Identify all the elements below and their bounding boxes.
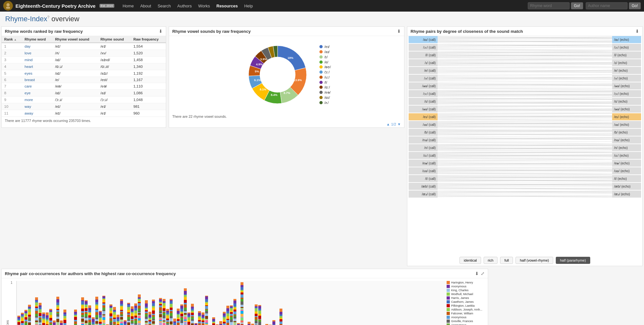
bar-stack[interactable] [233,282,236,325]
bar-stack[interactable] [81,282,84,325]
bar-stack[interactable] [237,282,240,325]
bar-stack[interactable] [85,282,88,325]
download-donut-button[interactable]: ⬇ [397,29,401,34]
bar-stack[interactable] [141,282,144,325]
bar-stack[interactable] [39,282,42,325]
rhyme-echo[interactable]: /uː/ (echo) [612,152,641,159]
filter-button[interactable]: half (vowel-rhyme) [516,257,553,264]
download-rhyme-words-button[interactable]: ⬇ [159,29,163,34]
bar-stack[interactable] [248,282,251,325]
rhyme-echo[interactable]: /ɔː/ (echo) [612,90,641,97]
bar-stack[interactable] [241,282,243,325]
author-name-input[interactable] [586,2,628,9]
bar-stack[interactable] [216,282,219,325]
rhyme-call[interactable]: /ɪ/ (call) [409,59,438,66]
rhyme-echo[interactable]: /ʌ/ (echo) [612,75,641,82]
rhyme-echo[interactable]: /nɑ/ (echo) [612,136,641,144]
rhyme-echo[interactable]: /ɔː/ (echo) [612,44,641,51]
download-bar-chart-button[interactable]: ⬇ [475,271,479,276]
bar-stack[interactable] [177,282,180,325]
rhyme-echo[interactable]: /aɪ/ (echo) [612,36,641,43]
nav-link-home[interactable]: Home [120,2,137,10]
rhyme-echo[interactable]: /t/ (echo) [612,175,641,182]
bar-stack[interactable] [21,282,24,325]
rhyme-echo[interactable]: /eə/ (echo) [612,160,641,167]
bar-stack[interactable] [35,282,38,325]
rhyme-call[interactable]: /e/ (call) [409,67,438,74]
bar-stack[interactable] [191,282,194,325]
bar-stack[interactable] [24,282,27,325]
bar-stack[interactable] [102,282,105,325]
rhyme-echo[interactable]: /ɪ/ (echo) [612,59,641,66]
bar-stack[interactable] [202,282,204,325]
bar-stack[interactable] [99,282,102,325]
bar-stack[interactable] [265,282,268,325]
bar-stack[interactable] [198,282,201,325]
bar-stack[interactable] [226,282,229,325]
bar-stack[interactable] [32,282,34,325]
bar-stack[interactable] [251,282,254,325]
rhyme-echo[interactable]: /əʊ/ (echo) [612,82,641,89]
expand-bar-chart-button[interactable]: ⤢ [481,271,485,276]
bar-stack[interactable] [159,282,162,325]
bar-stack[interactable] [173,282,176,325]
rhyme-call[interactable]: /uʊ/ (call) [409,167,438,174]
rhyme-echo[interactable]: /ɑɪ/ (echo) [612,121,641,128]
rhyme-call[interactable]: /aɪ/ (call) [409,36,438,43]
bar-stack[interactable] [212,282,215,325]
filter-button[interactable]: full [500,257,513,264]
bar-stack[interactable] [170,282,173,325]
rhyme-echo[interactable]: /əʊ/ (echo) [612,106,641,113]
bar-stack[interactable] [269,282,272,325]
rhyme-echo[interactable]: /s/ (echo) [612,98,641,105]
nav-link-works[interactable]: Works [195,2,213,10]
rhyme-call[interactable]: /əʊ/ (call) [409,106,438,113]
bar-stack[interactable] [56,282,59,325]
rhyme-echo[interactable]: /n/ (echo) [612,144,641,151]
rhyme-call[interactable]: /ɔː/ (call) [409,44,438,51]
rhyme-call[interactable]: /eɪ/ (call) [409,113,438,120]
download-rhyme-pairs-button[interactable]: ⬇ [635,29,639,34]
bar-stack[interactable] [209,282,212,325]
rhyme-call[interactable]: /ɑɪ/ (call) [409,121,438,128]
bar-stack[interactable] [71,282,73,325]
rhyme-call[interactable]: /æɹ/ (call) [409,190,438,198]
bar-stack[interactable] [78,282,80,325]
bar-stack[interactable] [127,282,130,325]
bar-stack[interactable] [63,282,66,325]
rhyme-call[interactable]: /uː/ (call) [409,152,438,159]
bar-stack[interactable] [42,282,45,325]
bar-stack[interactable] [120,282,123,325]
next-page-icon[interactable]: ▼ [397,122,401,126]
bar-stack[interactable] [124,282,127,325]
bar-stack[interactable] [95,282,98,325]
filter-button[interactable]: rich [484,257,498,264]
bar-stack[interactable] [17,282,20,325]
rhyme-call[interactable]: /æb/ (call) [409,183,438,190]
rhyme-call[interactable]: /eə/ (call) [409,160,438,167]
rhyme-echo[interactable]: /b/ (echo) [612,129,641,136]
rhyme-word-input[interactable] [528,2,570,9]
bar-stack[interactable] [131,282,134,325]
bar-stack[interactable] [180,282,183,325]
nav-link-search[interactable]: Search [155,2,173,10]
rhyme-call[interactable]: /ʌ/ (call) [409,75,438,82]
bar-stack[interactable] [113,282,116,325]
rhyme-call[interactable]: /əʊ/ (call) [409,82,438,89]
nav-link-resources[interactable]: Resources [214,2,240,10]
bar-stack[interactable] [106,282,109,325]
filter-button[interactable]: identical [459,257,481,264]
bar-stack[interactable] [205,282,208,325]
bar-stack[interactable] [117,282,119,325]
bar-stack[interactable] [60,282,63,325]
bar-stack[interactable] [262,282,265,325]
rhyme-call[interactable]: /n/ (call) [409,144,438,151]
nav-link-help[interactable]: Help [242,2,255,10]
bar-stack[interactable] [49,282,52,325]
rhyme-echo[interactable]: /l/ (echo) [612,51,641,59]
nav-link-authors[interactable]: Authors [175,2,194,10]
bar-stack[interactable] [223,282,226,325]
author-name-go-button[interactable]: Go! [629,2,641,9]
bar-stack[interactable] [255,282,258,325]
bar-stack[interactable] [230,282,233,325]
